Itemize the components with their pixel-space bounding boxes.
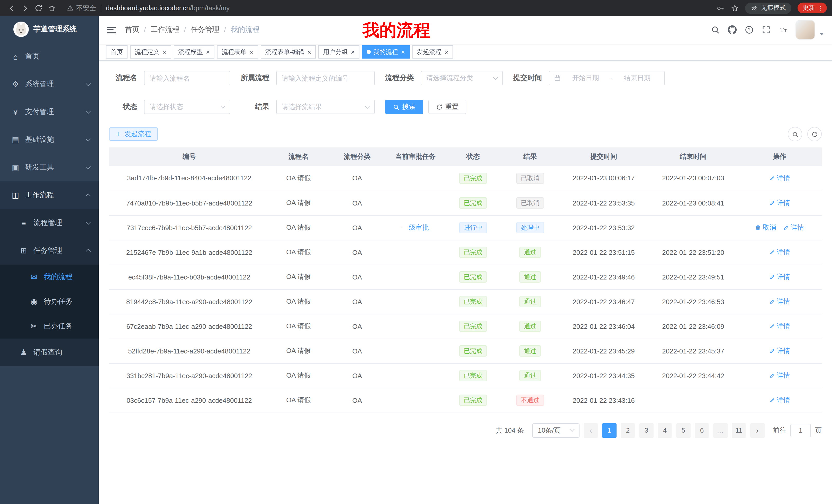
sidebar-menu-item[interactable]: ✉ 我的流程 <box>0 264 99 289</box>
table-row: 67c2eaab-7b9a-11ec-a290-acde48001122 OA … <box>109 314 822 339</box>
refresh-table-button[interactable] <box>807 127 822 141</box>
tab-close-icon[interactable]: × <box>401 49 405 55</box>
back-icon[interactable] <box>5 1 19 15</box>
page-button[interactable]: 1 <box>602 423 617 438</box>
avatar[interactable] <box>796 20 815 39</box>
page-button[interactable]: 11 <box>732 423 746 438</box>
status-badge: 已完成 <box>459 173 487 184</box>
tab-label: 我的流程 <box>373 48 398 56</box>
detail-link[interactable]: 详情 <box>769 174 790 183</box>
github-icon[interactable] <box>728 25 737 34</box>
tab-close-icon[interactable]: × <box>351 49 355 55</box>
security-warning[interactable]: 不安全 <box>67 3 96 12</box>
url-host[interactable]: dashboard.yudao.iocoder.cn <box>106 4 190 12</box>
tab-close-icon[interactable]: × <box>250 49 253 55</box>
sidebar-menu-item[interactable]: ≡ 流程管理 <box>0 209 99 237</box>
next-page-button[interactable]: › <box>750 423 765 438</box>
date-range-picker[interactable]: 开始日期 - 结束日期 <box>549 71 665 85</box>
process-name-input[interactable] <box>144 71 230 85</box>
incognito-icon <box>751 4 758 11</box>
detail-link[interactable]: 详情 <box>769 198 790 207</box>
sidebar-menu-item[interactable]: ▣ 研发工具 <box>0 153 99 181</box>
cancel-link[interactable]: 取消 <box>755 223 776 232</box>
sidebar-menu-item[interactable]: ◉ 待办任务 <box>0 289 99 314</box>
tab[interactable]: 流程表单 × <box>217 45 258 59</box>
breadcrumb-item[interactable]: 我的流程 <box>219 25 260 34</box>
app-logo[interactable]: 芋道管理系统 <box>0 16 99 43</box>
reload-icon[interactable] <box>32 1 45 15</box>
tab[interactable]: 首页 <box>106 45 128 59</box>
sidebar-menu-item[interactable]: ♟ 请假查询 <box>0 339 99 366</box>
detail-link[interactable]: 详情 <box>769 272 790 282</box>
forward-icon[interactable] <box>19 1 32 15</box>
tab[interactable]: 用户分组 × <box>318 45 359 59</box>
tab-close-icon[interactable]: × <box>206 49 210 55</box>
page-button[interactable]: … <box>713 423 728 438</box>
goto-page-input[interactable] <box>790 424 811 437</box>
address-bar[interactable]: 不安全 dashboard.yudao.iocoder.cn/bpm/task/… <box>67 3 230 12</box>
update-menu-button[interactable]: 更新 <box>798 3 827 13</box>
caret-down-icon[interactable] <box>820 33 824 35</box>
detail-link[interactable]: 详情 <box>783 223 804 232</box>
tab[interactable]: 流程模型 × <box>174 45 214 59</box>
sidebar-menu-item[interactable]: ⊞ 任务管理 <box>0 237 99 264</box>
breadcrumb-item[interactable]: 首页 <box>125 25 139 34</box>
category-select[interactable]: 请选择流程分类 <box>421 71 503 85</box>
tab[interactable]: 流程定义 × <box>130 45 171 59</box>
sidebar-toggle-icon[interactable] <box>107 26 116 33</box>
sidebar-menu-item[interactable]: ◫ 工作流程 <box>0 181 99 209</box>
create-process-button[interactable]: 发起流程 <box>109 128 158 141</box>
prev-page-button[interactable]: ‹ <box>583 423 598 438</box>
page-button[interactable]: 4 <box>658 423 672 438</box>
url-path[interactable]: /bpm/task/my <box>190 4 230 12</box>
detail-link[interactable]: 详情 <box>769 321 790 331</box>
detail-link[interactable]: 详情 <box>769 371 790 380</box>
status-select[interactable]: 请选择状态 <box>144 100 230 114</box>
cell-status: 已完成 <box>444 363 502 388</box>
column-header: 状态 <box>444 147 502 166</box>
tab-close-icon[interactable]: × <box>162 49 166 55</box>
page-button[interactable]: 3 <box>639 423 654 438</box>
page-button[interactable]: 6 <box>695 423 709 438</box>
task-link[interactable]: 一级审批 <box>402 223 429 232</box>
breadcrumb-item[interactable]: 任务管理 <box>179 25 219 34</box>
table-tools <box>788 127 822 141</box>
tab-close-icon[interactable]: × <box>308 49 311 55</box>
sidebar-menu-item[interactable]: ▤ 基础设施 <box>0 126 99 153</box>
help-icon[interactable] <box>745 25 754 34</box>
sidebar-menu-item[interactable]: ⌂ 首页 <box>0 43 99 71</box>
home-icon[interactable] <box>45 1 59 15</box>
detail-link[interactable]: 详情 <box>769 346 790 356</box>
detail-link[interactable]: 详情 <box>769 248 790 257</box>
tab-close-icon[interactable]: × <box>445 49 448 55</box>
search-button[interactable]: 搜索 <box>385 100 423 114</box>
toggle-search-button[interactable] <box>788 127 802 141</box>
detail-link[interactable]: 详情 <box>769 297 790 306</box>
page-size-select[interactable]: 10条/页 <box>532 423 579 438</box>
page-button[interactable]: 2 <box>621 423 635 438</box>
page-button[interactable]: 5 <box>676 423 691 438</box>
detail-link[interactable]: 详情 <box>769 396 790 405</box>
breadcrumb-item[interactable]: 工作流程 <box>139 25 179 34</box>
sidebar-menu-item[interactable]: ⚙ 系统管理 <box>0 71 99 98</box>
search-icon[interactable] <box>711 25 720 34</box>
key-icon[interactable] <box>716 4 725 12</box>
cell-actions: 详情 <box>737 363 822 388</box>
tab[interactable]: 流程表单-编辑 × <box>261 45 316 59</box>
font-size-icon[interactable] <box>779 25 788 34</box>
result-select[interactable]: 请选择流结果 <box>276 100 375 114</box>
tab[interactable]: 发起流程 × <box>412 45 453 59</box>
sidebar-menu-item[interactable]: ¥ 支付管理 <box>0 98 99 126</box>
update-label: 更新 <box>803 4 815 12</box>
parent-process-input[interactable] <box>276 71 375 85</box>
reset-button[interactable]: 重置 <box>428 100 466 114</box>
star-icon[interactable] <box>731 4 739 12</box>
status-badge: 已完成 <box>459 320 487 332</box>
sidebar-menu-item[interactable]: ✂ 已办任务 <box>0 314 99 339</box>
process-name-field: 流程名 <box>116 71 230 85</box>
tab[interactable]: 我的流程 × <box>362 45 410 59</box>
cell-end-time: 2022-01-22 23:45:37 <box>649 339 737 363</box>
chevron-icon <box>86 81 91 86</box>
cell-id: 7470a810-7b9b-11ec-b5b7-acde48001122 <box>109 191 269 215</box>
fullscreen-icon[interactable] <box>761 25 771 34</box>
